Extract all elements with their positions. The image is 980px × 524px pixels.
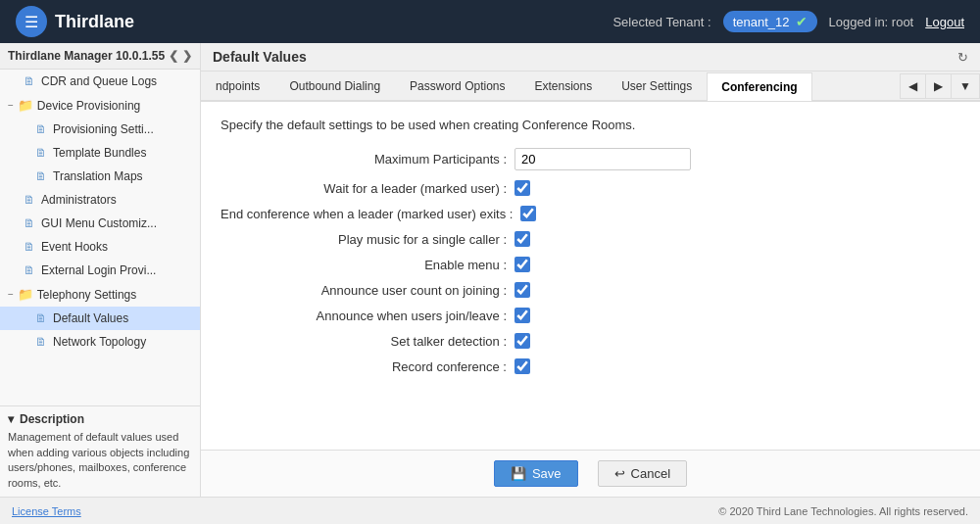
description-collapse-icon: ▾ xyxy=(8,412,14,426)
folder-icon: 📁 xyxy=(18,98,33,113)
sidebar-item-translation-maps[interactable]: 🗎 Translation Maps xyxy=(0,165,200,188)
copyright-text: © 2020 Third Lane Technologies. All righ… xyxy=(718,505,968,517)
save-label: Save xyxy=(532,466,562,481)
doc-icon: 🗎 xyxy=(24,240,35,254)
content-area: Default Values ↻ ndpoints Outbound Diali… xyxy=(201,43,980,497)
sidebar: Thirdlane Manager 10.0.1.55 ❮ ❯ 🗎 CDR an… xyxy=(0,43,201,497)
label-enable-menu: Enable menu : xyxy=(220,258,514,272)
form-row-wait-for-leader: Wait for a leader (marked user) : xyxy=(220,180,960,196)
checkbox-announce-count[interactable] xyxy=(514,282,530,298)
label-announce-join-leave: Announce when users join/leave : xyxy=(220,309,514,323)
logout-button[interactable]: Logout xyxy=(925,15,964,29)
sidebar-header-icons: ❮ ❯ xyxy=(169,49,192,63)
tab-password-options[interactable]: Password Options xyxy=(395,71,519,100)
checkbox-enable-menu[interactable] xyxy=(514,257,530,272)
tenant-badge[interactable]: tenant_12 ✔ xyxy=(723,11,817,32)
sidebar-label: CDR and Queue Logs xyxy=(41,74,157,88)
description-text: Management of default values used when a… xyxy=(8,430,192,491)
content-title: Default Values xyxy=(213,49,307,65)
form-row-announce-join-leave: Announce when users join/leave : xyxy=(220,308,960,323)
save-icon: 💾 xyxy=(511,466,526,481)
tabs-navigation: ◀ ▶ ▼ xyxy=(900,73,980,99)
collapse-all-icon[interactable]: ❮ xyxy=(169,49,178,63)
label-record-conference: Record conference : xyxy=(220,359,514,374)
input-max-participants[interactable] xyxy=(514,148,691,170)
tab-extensions[interactable]: Extensions xyxy=(520,71,608,100)
form-row-play-music: Play music for a single caller : xyxy=(220,231,960,247)
description-title: Description xyxy=(20,412,84,426)
tabs-bar: ndpoints Outbound Dialing Password Optio… xyxy=(201,71,980,102)
sidebar-item-gui-menu-customiz[interactable]: 🗎 GUI Menu Customiz... xyxy=(0,212,200,235)
tab-conferencing[interactable]: Conferencing xyxy=(707,72,811,101)
doc-icon: 🗎 xyxy=(35,169,47,183)
tab-outbound-dialing[interactable]: Outbound Dialing xyxy=(274,71,395,100)
description-header[interactable]: ▾ Description xyxy=(8,412,192,426)
sidebar-item-administrators[interactable]: 🗎 Administrators xyxy=(0,188,200,212)
checkbox-record-conference[interactable] xyxy=(514,358,530,374)
folder-icon: 📁 xyxy=(18,287,33,302)
cancel-label: Cancel xyxy=(631,466,670,481)
sidebar-nav: 🗎 CDR and Queue Logs − 📁 Device Provisio… xyxy=(0,70,200,405)
sidebar-item-network-topology[interactable]: 🗎 Network Topology xyxy=(0,330,200,354)
doc-icon: 🗎 xyxy=(35,335,47,349)
form-row-enable-menu: Enable menu : xyxy=(220,257,960,272)
form-content: Specify the default settings to be used … xyxy=(201,102,980,450)
doc-icon: 🗎 xyxy=(24,74,35,88)
checkbox-wait-for-leader[interactable] xyxy=(514,180,530,196)
label-set-talker-detection: Set talker detection : xyxy=(220,334,514,349)
tab-prev-button[interactable]: ◀ xyxy=(901,74,926,98)
refresh-button[interactable]: ↻ xyxy=(957,50,968,65)
sidebar-item-device-provisioning[interactable]: − 📁 Device Provisioning xyxy=(0,93,200,118)
collapse-icon: − xyxy=(8,289,14,300)
save-button[interactable]: 💾 Save xyxy=(494,460,578,487)
doc-icon: 🗎 xyxy=(35,311,47,325)
sidebar-label: Telephony Settings xyxy=(37,288,136,302)
selected-tenant-label: Selected Tenant : xyxy=(612,15,710,29)
sidebar-item-event-hooks[interactable]: 🗎 Event Hooks xyxy=(0,235,200,259)
label-play-music: Play music for a single caller : xyxy=(220,232,514,247)
sidebar-item-default-values[interactable]: 🗎 Default Values xyxy=(0,307,200,330)
sidebar-label: Translation Maps xyxy=(53,169,143,183)
sidebar-label: Template Bundles xyxy=(53,146,146,160)
tenant-check-icon: ✔ xyxy=(796,14,808,29)
license-terms-link[interactable]: License Terms xyxy=(12,505,81,517)
collapse-icon: − xyxy=(8,100,14,111)
main-layout: Thirdlane Manager 10.0.1.55 ❮ ❯ 🗎 CDR an… xyxy=(0,43,980,497)
app-title: Thirdlane xyxy=(55,12,134,32)
form-row-set-talker-detection: Set talker detection : xyxy=(220,333,960,349)
logo-icon: ☰ xyxy=(16,6,47,37)
cancel-icon: ↩ xyxy=(614,466,625,481)
sidebar-item-provisioning-settings[interactable]: 🗎 Provisioning Setti... xyxy=(0,118,200,141)
sidebar-item-cdr-queue-logs[interactable]: 🗎 CDR and Queue Logs xyxy=(0,70,200,93)
expand-all-icon[interactable]: ❯ xyxy=(182,49,192,63)
sidebar-item-template-bundles[interactable]: 🗎 Template Bundles xyxy=(0,141,200,165)
form-row-announce-count: Announce user count on joining : xyxy=(220,282,960,298)
sidebar-label: Administrators xyxy=(41,193,117,207)
tenant-name: tenant_12 xyxy=(733,15,790,29)
doc-icon: 🗎 xyxy=(24,263,35,277)
tab-next-button[interactable]: ▶ xyxy=(926,74,952,98)
tab-endpoints[interactable]: ndpoints xyxy=(201,71,274,100)
header-right: Selected Tenant : tenant_12 ✔ Logged in:… xyxy=(612,11,964,32)
sidebar-item-external-login-provi[interactable]: 🗎 External Login Provi... xyxy=(0,259,200,282)
doc-icon: 🗎 xyxy=(35,122,47,136)
label-max-participants: Maximum Participants : xyxy=(220,152,514,167)
form-description: Specify the default settings to be used … xyxy=(220,118,960,132)
sidebar-item-telephony-settings[interactable]: − 📁 Telephony Settings xyxy=(0,282,200,307)
sidebar-version: Thirdlane Manager 10.0.1.55 xyxy=(8,49,165,63)
label-wait-for-leader: Wait for a leader (marked user) : xyxy=(220,181,514,196)
label-announce-count: Announce user count on joining : xyxy=(220,283,514,298)
checkbox-end-conference[interactable] xyxy=(520,206,536,221)
checkbox-play-music[interactable] xyxy=(514,231,530,247)
tab-down-button[interactable]: ▼ xyxy=(952,74,979,98)
checkbox-set-talker-detection[interactable] xyxy=(514,333,530,349)
logo-area: ☰ Thirdlane xyxy=(16,6,134,37)
form-row-end-conference: End conference when a leader (marked use… xyxy=(220,206,960,221)
checkbox-announce-join-leave[interactable] xyxy=(514,308,530,323)
sidebar-header: Thirdlane Manager 10.0.1.55 ❮ ❯ xyxy=(0,43,200,70)
content-header: Default Values ↻ xyxy=(201,43,980,71)
app-footer: License Terms © 2020 Third Lane Technolo… xyxy=(0,497,980,524)
tab-user-settings[interactable]: User Settings xyxy=(607,71,707,100)
cancel-button[interactable]: ↩ Cancel xyxy=(598,460,687,487)
logged-in-label: Logged in: root xyxy=(829,15,914,29)
